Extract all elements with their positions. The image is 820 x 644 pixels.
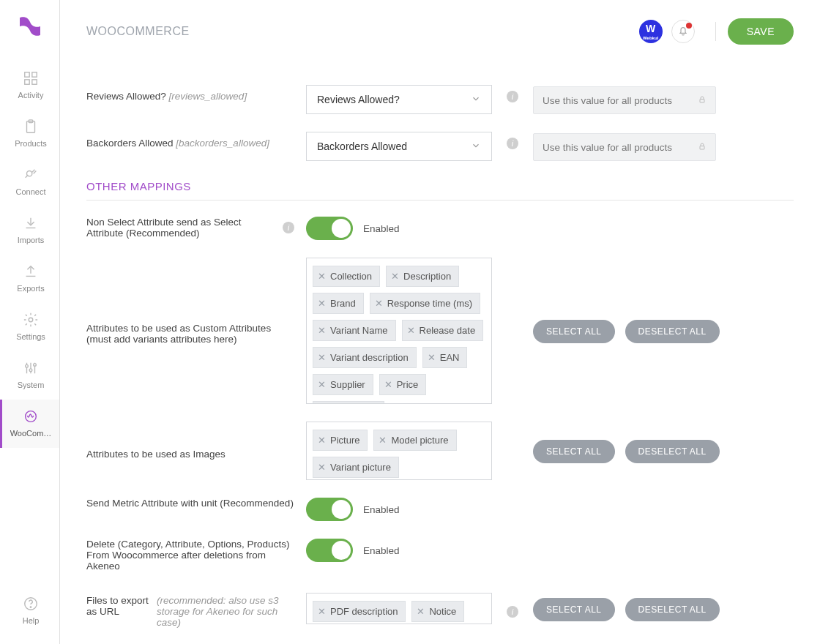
chip-label: Picture bbox=[330, 435, 359, 446]
save-button[interactable]: SAVE bbox=[728, 18, 794, 45]
main-content: WOOCOMMERCE Webkul SAVE Reviews Allowed?… bbox=[60, 0, 820, 644]
remove-icon[interactable]: ✕ bbox=[318, 326, 326, 335]
remove-icon[interactable]: ✕ bbox=[318, 380, 326, 389]
row-image-attributes: Attributes to be used as Images ✕Picture… bbox=[86, 422, 794, 480]
remove-icon[interactable]: ✕ bbox=[407, 326, 415, 335]
chip[interactable]: ✕EAN bbox=[422, 347, 468, 368]
chip[interactable]: ✕Variant description bbox=[313, 347, 417, 368]
remove-icon[interactable]: ✕ bbox=[375, 299, 383, 308]
chip[interactable]: ✕Brand bbox=[313, 293, 364, 314]
chip[interactable]: ✕Supplier bbox=[313, 374, 373, 395]
field-label: Files to export as URL (recommended: als… bbox=[86, 589, 306, 628]
nav-connect[interactable]: Connect bbox=[0, 158, 59, 206]
remove-icon[interactable]: ✕ bbox=[318, 353, 326, 362]
remove-icon[interactable]: ✕ bbox=[318, 463, 326, 472]
chip[interactable]: ✕Model picture bbox=[373, 430, 456, 451]
svg-rect-0 bbox=[25, 72, 29, 77]
chip[interactable]: ✕Response time (ms) bbox=[370, 293, 480, 314]
info-icon[interactable]: i bbox=[507, 138, 518, 149]
metric-toggle[interactable] bbox=[306, 498, 353, 521]
nav-help[interactable]: Help bbox=[19, 587, 40, 635]
nav-system[interactable]: System bbox=[0, 351, 59, 400]
chip[interactable]: ✕Variant picture bbox=[313, 457, 399, 478]
svg-point-9 bbox=[29, 369, 32, 372]
backorders-allowed-select[interactable]: Backorders Allowed bbox=[306, 132, 492, 161]
chip-label: PDF description bbox=[330, 606, 398, 617]
nav-products[interactable]: Products bbox=[0, 110, 59, 158]
main-nav: Activity Products Connect Imports bbox=[0, 61, 59, 448]
info-icon[interactable]: i bbox=[283, 222, 294, 233]
remove-icon[interactable]: ✕ bbox=[318, 435, 326, 445]
deselect-all-button[interactable]: DESELECT ALL bbox=[625, 440, 720, 463]
chip[interactable]: ✕Price bbox=[379, 374, 427, 395]
notifications-button[interactable] bbox=[671, 20, 695, 43]
image-attributes-multiselect[interactable]: ✕Picture✕Model picture✕Variant picture bbox=[306, 422, 492, 480]
chip[interactable]: ✕Collection bbox=[313, 266, 380, 287]
chip-label: Variant Name bbox=[330, 325, 388, 336]
nav-label: WooCom… bbox=[10, 429, 52, 438]
remove-icon[interactable]: ✕ bbox=[318, 299, 326, 308]
chip[interactable]: ✕Picture bbox=[313, 430, 368, 451]
nav-label: Imports bbox=[18, 236, 45, 244]
chip-label: Description bbox=[403, 271, 451, 282]
row-files-export: Files to export as URL (recommended: als… bbox=[86, 589, 794, 628]
nav-woocommerce[interactable]: WooCom… bbox=[0, 400, 59, 448]
woocommerce-icon bbox=[21, 407, 40, 426]
nav-imports[interactable]: Imports bbox=[0, 206, 59, 255]
nav-settings[interactable]: Settings bbox=[0, 303, 59, 351]
chip[interactable]: ✕ERP name bbox=[313, 401, 384, 404]
select-all-button[interactable]: SELECT ALL bbox=[533, 440, 615, 463]
section-other-mappings: OTHER MAPPINGS bbox=[86, 180, 794, 201]
select-all-button[interactable]: SELECT ALL bbox=[533, 598, 615, 621]
webkul-badge[interactable]: Webkul bbox=[639, 20, 663, 43]
chip[interactable]: ✕Description bbox=[386, 266, 459, 287]
nav-activity[interactable]: Activity bbox=[0, 61, 59, 110]
remove-icon[interactable]: ✕ bbox=[428, 353, 436, 362]
row-reviews-allowed: Reviews Allowed? [reviews_allowed] Revie… bbox=[86, 85, 794, 114]
row-delete-toggle: Delete (Category, Attribute, Options, Pr… bbox=[86, 539, 794, 572]
info-icon[interactable]: i bbox=[507, 606, 518, 618]
remove-icon[interactable]: ✕ bbox=[417, 607, 425, 616]
chip-label: Collection bbox=[330, 271, 372, 282]
chip-label: Notice bbox=[429, 606, 456, 617]
svg-point-13 bbox=[30, 607, 31, 607]
lock-icon bbox=[698, 142, 707, 153]
remove-icon[interactable]: ✕ bbox=[384, 380, 392, 389]
select-value: Reviews Allowed? bbox=[317, 94, 400, 105]
remove-icon[interactable]: ✕ bbox=[318, 272, 326, 281]
chip[interactable]: ✕Variant Name bbox=[313, 320, 396, 341]
field-label: Delete (Category, Attribute, Options, Pr… bbox=[86, 539, 306, 572]
reviews-allowed-select[interactable]: Reviews Allowed? bbox=[306, 85, 492, 114]
remove-icon[interactable]: ✕ bbox=[391, 272, 399, 281]
delete-toggle[interactable] bbox=[306, 539, 353, 562]
nonselect-toggle[interactable] bbox=[306, 217, 353, 240]
svg-point-8 bbox=[26, 364, 29, 367]
toggle-state: Enabled bbox=[363, 223, 400, 234]
chip[interactable]: ✕PDF description bbox=[313, 601, 406, 622]
field-label: Non Select Attribute send as Select Attr… bbox=[86, 217, 306, 239]
help-icon bbox=[21, 594, 40, 613]
nav-label: Exports bbox=[17, 284, 44, 293]
deselect-all-button[interactable]: DESELECT ALL bbox=[625, 598, 720, 621]
select-all-button[interactable]: SELECT ALL bbox=[533, 320, 615, 343]
chip[interactable]: ✕Release date bbox=[402, 320, 484, 341]
topbar: WOOCOMMERCE Webkul SAVE bbox=[86, 0, 794, 63]
nav-label: Products bbox=[15, 139, 46, 148]
files-multiselect[interactable]: ✕PDF description✕Notice bbox=[306, 593, 492, 624]
grid-icon bbox=[21, 69, 40, 88]
svg-point-6 bbox=[27, 171, 32, 176]
nav-exports[interactable]: Exports bbox=[0, 255, 59, 303]
toggle-state: Enabled bbox=[363, 545, 400, 556]
gear-icon bbox=[21, 310, 40, 329]
svg-point-10 bbox=[34, 364, 37, 367]
locked-default-value: Use this value for all products bbox=[533, 86, 716, 114]
custom-attributes-multiselect[interactable]: ✕Collection✕Description✕Brand✕Response t… bbox=[306, 258, 492, 404]
lock-icon bbox=[698, 95, 707, 106]
info-icon[interactable]: i bbox=[507, 91, 518, 102]
deselect-all-button[interactable]: DESELECT ALL bbox=[625, 320, 720, 343]
remove-icon[interactable]: ✕ bbox=[379, 435, 387, 445]
svg-rect-3 bbox=[32, 80, 37, 84]
remove-icon[interactable]: ✕ bbox=[318, 607, 326, 616]
chip[interactable]: ✕Notice bbox=[411, 601, 464, 622]
chip-label: Variant picture bbox=[330, 462, 391, 473]
